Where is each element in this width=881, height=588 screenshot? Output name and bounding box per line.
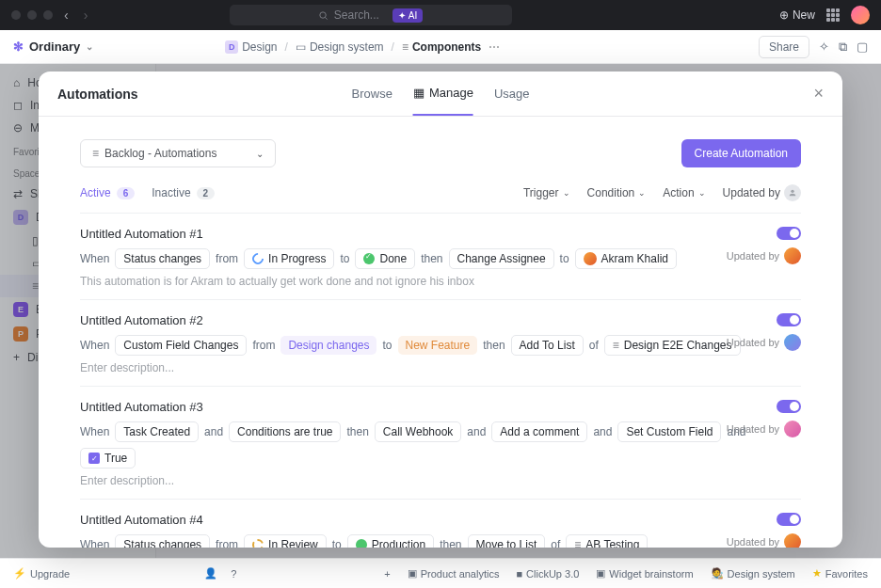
breadcrumb-design-system[interactable]: ▭Design system <box>296 40 384 54</box>
automation-rule: When Custom Field Changes from Design ch… <box>80 335 801 356</box>
chevron-down-icon: ⌄ <box>563 188 570 198</box>
breadcrumb-design[interactable]: DDesign <box>225 40 277 54</box>
star-icon: ★ <box>812 567 822 580</box>
modal-header: Automations Browse ▦Manage Usage × <box>39 72 842 117</box>
scope-dropdown[interactable]: ≡Backlog - Automations ⌄ <box>80 139 276 167</box>
status-progress-icon <box>250 251 266 267</box>
bolt-icon: ⚡ <box>13 567 26 580</box>
inactive-count-badge: 2 <box>197 187 216 199</box>
ai-button[interactable]: ✦ AI <box>392 8 423 23</box>
bottombar: ⚡Upgrade 👤 ? + ▣ Product analytics ■ Cli… <box>0 558 881 588</box>
status-done-icon <box>363 253 375 264</box>
automation-title: Untitled Automation #1 <box>80 227 801 241</box>
bottom-widget[interactable]: ▣ Widget brainstorm <box>596 567 693 580</box>
search-icon <box>318 10 328 21</box>
automation-title: Untitled Automation #4 <box>80 513 801 527</box>
updater-avatar <box>784 533 801 548</box>
automation-toggle[interactable] <box>777 400 801 413</box>
bottom-clickup[interactable]: ■ ClickUp 3.0 <box>516 568 579 580</box>
modal-overlay: Automations Browse ▦Manage Usage × ≡Back… <box>0 64 881 558</box>
search-placeholder: Search... <box>334 8 379 22</box>
svg-point-0 <box>320 11 326 17</box>
automation-title: Untitled Automation #2 <box>80 313 801 327</box>
automation-title: Untitled Automation #3 <box>80 400 801 414</box>
breadcrumb-components[interactable]: ≡Components <box>402 40 481 54</box>
svg-line-1 <box>325 17 327 19</box>
chevron-down-icon: ⌄ <box>638 188 646 198</box>
modal-title: Automations <box>57 87 138 102</box>
close-button[interactable]: × <box>813 84 824 103</box>
updater-avatar <box>784 247 801 264</box>
automation-description: This automation is for Akram to actually… <box>80 275 801 288</box>
filter-updated-by[interactable]: Updated by <box>723 184 801 201</box>
chevron-down-icon: ⌄ <box>698 188 706 198</box>
forward-button[interactable]: › <box>80 8 92 23</box>
list-icon: ≡ <box>402 40 408 54</box>
share-button[interactable]: Share <box>759 36 809 58</box>
user-avatar[interactable] <box>851 6 870 24</box>
subheader: ✻ Ordinary ⌄ DDesign / ▭Design system / … <box>0 30 881 64</box>
status-production-icon <box>356 539 367 548</box>
updated-by-label: Updated by <box>727 533 801 548</box>
sparkle-icon[interactable]: ✧ <box>819 40 829 54</box>
automation-item[interactable]: Untitled Automation #2 When Custom Field… <box>80 299 801 386</box>
automation-toggle[interactable] <box>777 513 801 526</box>
list-icon: ≡ <box>613 339 619 352</box>
upgrade-button[interactable]: ⚡Upgrade <box>13 567 70 580</box>
bottom-design-system[interactable]: 🧑‍🎨 Design system <box>711 567 795 580</box>
avatar-icon <box>784 184 801 201</box>
breadcrumb: DDesign / ▭Design system / ≡Components ⋯ <box>225 40 500 54</box>
tab-browse[interactable]: Browse <box>352 72 392 116</box>
snowflake-icon: ✻ <box>13 40 24 54</box>
create-automation-button[interactable]: Create Automation <box>681 139 801 167</box>
automation-description[interactable]: Enter description... <box>80 361 801 374</box>
filter-trigger[interactable]: Trigger⌄ <box>523 184 570 201</box>
automation-rule: When Status changes from In Progress to … <box>80 248 801 269</box>
automation-rule: When Status changes from In Review to Pr… <box>80 534 801 548</box>
tab-manage[interactable]: ▦Manage <box>413 72 473 116</box>
chevron-down-icon: ⌄ <box>256 149 264 159</box>
apps-icon[interactable] <box>826 8 840 22</box>
status-review-icon <box>252 539 264 548</box>
active-count-badge: 6 <box>117 187 136 199</box>
plus-circle-icon: ⊕ <box>779 8 789 22</box>
back-button[interactable]: ‹ <box>60 8 72 23</box>
bookmark-icon[interactable]: ▢ <box>857 40 868 54</box>
chevron-down-icon: ⌄ <box>86 41 93 52</box>
list-icon: ≡ <box>574 538 581 548</box>
workspace-switcher[interactable]: ✻ Ordinary ⌄ <box>13 40 93 54</box>
automation-toggle[interactable] <box>777 227 801 240</box>
automation-item[interactable]: Untitled Automation #1 When Status chang… <box>80 213 801 299</box>
bottom-favorites[interactable]: ★Favorites <box>812 567 868 580</box>
bottom-product-analytics[interactable]: ▣ Product analytics <box>408 567 500 580</box>
automation-item[interactable]: Untitled Automation #4 When Status chang… <box>80 499 801 548</box>
filter-condition[interactable]: Condition⌄ <box>587 184 647 201</box>
list-icon: ≡ <box>92 147 99 160</box>
updated-by-label: Updated by <box>727 334 801 351</box>
updater-avatar <box>784 421 801 437</box>
automation-toggle[interactable] <box>777 313 801 326</box>
svg-point-2 <box>791 190 793 193</box>
new-button[interactable]: ⊕ New <box>779 8 815 22</box>
tab-usage[interactable]: Usage <box>494 72 530 116</box>
updated-by-label: Updated by <box>727 421 801 437</box>
more-icon[interactable]: ⋯ <box>489 40 500 54</box>
assignee-avatar <box>584 252 597 265</box>
status-tab-active[interactable]: Active 6 <box>80 186 135 199</box>
automation-description[interactable]: Enter description... <box>80 474 801 487</box>
automation-item[interactable]: Untitled Automation #3 When Task Created… <box>80 386 801 499</box>
traffic-lights <box>11 10 53 20</box>
filter-action[interactable]: Action⌄ <box>663 184 705 201</box>
window-titlebar: ‹ › Search... ✦ AI ⊕ New <box>0 0 881 30</box>
help-icon[interactable]: ? <box>231 568 236 580</box>
automation-rule: When Task Created and Conditions are tru… <box>80 421 801 469</box>
search-input[interactable]: Search... ✦ AI <box>230 5 512 25</box>
automations-modal: Automations Browse ▦Manage Usage × ≡Back… <box>39 72 842 548</box>
user-icon[interactable]: 👤 <box>204 567 217 580</box>
status-tab-inactive[interactable]: Inactive 2 <box>152 186 215 199</box>
bottom-add[interactable]: + <box>384 568 390 580</box>
updated-by-label: Updated by <box>727 247 801 264</box>
copy-icon[interactable]: ⧉ <box>839 40 847 55</box>
checkbox-icon: ✓ <box>88 453 100 464</box>
updater-avatar <box>784 334 801 351</box>
